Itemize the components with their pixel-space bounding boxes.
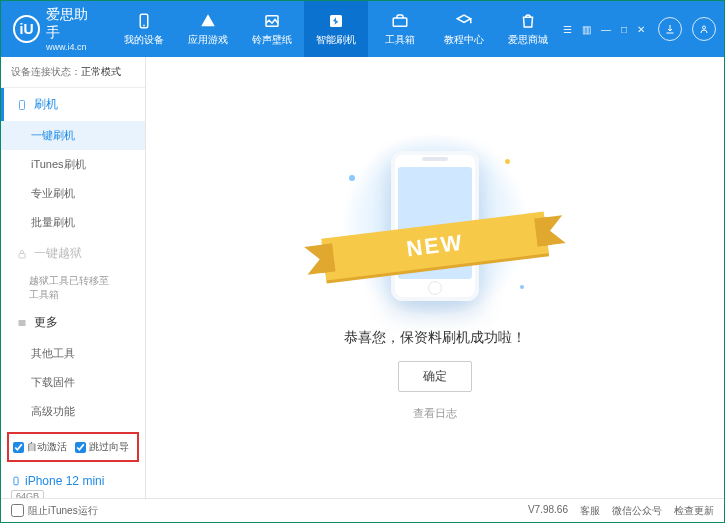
flash-icon <box>327 12 345 30</box>
sidebar-cat-more[interactable]: 更多 <box>1 306 145 339</box>
app-url: www.i4.cn <box>46 42 100 52</box>
nav-label: 爱思商城 <box>508 33 548 47</box>
support-link[interactable]: 客服 <box>580 504 600 518</box>
more-icon <box>16 317 28 329</box>
sidebar-item-download-firmware[interactable]: 下载固件 <box>1 368 145 397</box>
sidebar-item-other-tools[interactable]: 其他工具 <box>1 339 145 368</box>
options-box: 自动激活 跳过向导 <box>7 432 139 462</box>
minimize-button[interactable]: — <box>598 24 614 35</box>
ok-button[interactable]: 确定 <box>398 361 472 392</box>
nav-label: 铃声壁纸 <box>252 33 292 47</box>
device-storage: 64GB <box>11 490 44 498</box>
version-label: V7.98.66 <box>528 504 568 518</box>
skip-guide-input[interactable] <box>75 442 86 453</box>
connection-value: 正常模式 <box>81 66 121 77</box>
skip-guide-checkbox[interactable]: 跳过向导 <box>75 440 129 454</box>
skin-button[interactable]: ▥ <box>579 24 594 35</box>
checkbox-label: 跳过向导 <box>89 440 129 454</box>
logo-block: iU 爱思助手 www.i4.cn <box>1 6 112 52</box>
download-button[interactable] <box>658 17 682 41</box>
nav-label: 应用游戏 <box>188 33 228 47</box>
connection-prefix: 设备连接状态： <box>11 66 81 77</box>
nav-label: 智能刷机 <box>316 33 356 47</box>
check-update-link[interactable]: 检查更新 <box>674 504 714 518</box>
checkbox-label: 阻止iTunes运行 <box>28 504 98 518</box>
nav-apps-games[interactable]: 应用游戏 <box>176 1 240 57</box>
menu-button[interactable]: ☰ <box>560 24 575 35</box>
user-icon <box>698 23 710 35</box>
block-itunes-input[interactable] <box>11 504 24 517</box>
nav-label: 教程中心 <box>444 33 484 47</box>
main-panel: NEW 恭喜您，保资料刷机成功啦！ 确定 查看日志 <box>146 57 724 498</box>
sidebar-item-batch-flash[interactable]: 批量刷机 <box>1 208 145 237</box>
sidebar: 设备连接状态：正常模式 刷机 一键刷机 iTunes刷机 专业刷机 批量刷机 一… <box>1 57 146 498</box>
nav-toolbox[interactable]: 工具箱 <box>368 1 432 57</box>
cat-label: 一键越狱 <box>34 245 82 262</box>
tutorial-icon <box>455 12 473 30</box>
shop-icon <box>519 12 537 30</box>
nav-shop[interactable]: 爱思商城 <box>496 1 560 57</box>
device-card[interactable]: iPhone 12 mini 64GB Down-12mini-13,1 <box>1 468 145 498</box>
svg-point-5 <box>703 26 706 29</box>
jailbreak-note: 越狱工具已转移至工具箱 <box>1 270 145 306</box>
app-name: 爱思助手 <box>46 6 100 42</box>
cat-label: 刷机 <box>34 96 58 113</box>
view-log-link[interactable]: 查看日志 <box>413 406 457 421</box>
success-illustration: NEW <box>335 135 535 315</box>
svg-rect-11 <box>14 477 18 485</box>
sidebar-item-itunes-flash[interactable]: iTunes刷机 <box>1 150 145 179</box>
logo-icon: iU <box>13 15 40 43</box>
block-itunes-checkbox[interactable]: 阻止iTunes运行 <box>11 504 98 518</box>
nav-label: 我的设备 <box>124 33 164 47</box>
cat-label: 更多 <box>34 314 58 331</box>
device-name-label: iPhone 12 mini <box>25 474 104 488</box>
statusbar: 阻止iTunes运行 V7.98.66 客服 微信公众号 检查更新 <box>1 498 724 522</box>
nav-ringtones[interactable]: 铃声壁纸 <box>240 1 304 57</box>
sidebar-item-pro-flash[interactable]: 专业刷机 <box>1 179 145 208</box>
nav-my-devices[interactable]: 我的设备 <box>112 1 176 57</box>
auto-activate-checkbox[interactable]: 自动激活 <box>13 440 67 454</box>
checkbox-label: 自动激活 <box>27 440 67 454</box>
account-button[interactable] <box>692 17 716 41</box>
toolbox-icon <box>391 12 409 30</box>
svg-rect-7 <box>19 253 25 258</box>
svg-rect-4 <box>393 18 407 26</box>
success-message: 恭喜您，保资料刷机成功啦！ <box>344 329 526 347</box>
maximize-button[interactable]: □ <box>618 24 630 35</box>
svg-rect-6 <box>20 100 25 109</box>
phone-icon <box>11 474 21 488</box>
nav-flash[interactable]: 智能刷机 <box>304 1 368 57</box>
sidebar-cat-jailbreak[interactable]: 一键越狱 <box>1 237 145 270</box>
nav-tutorials[interactable]: 教程中心 <box>432 1 496 57</box>
auto-activate-input[interactable] <box>13 442 24 453</box>
sidebar-cat-flash[interactable]: 刷机 <box>1 88 145 121</box>
sidebar-item-oneclick-flash[interactable]: 一键刷机 <box>1 121 145 150</box>
wechat-link[interactable]: 微信公众号 <box>612 504 662 518</box>
lock-icon <box>16 248 28 260</box>
sidebar-item-advanced[interactable]: 高级功能 <box>1 397 145 426</box>
titlebar: iU 爱思助手 www.i4.cn 我的设备 应用游戏 铃声壁纸 智能刷机 工具… <box>1 1 724 57</box>
download-icon <box>664 23 676 35</box>
apps-icon <box>199 12 217 30</box>
nav: 我的设备 应用游戏 铃声壁纸 智能刷机 工具箱 教程中心 爱思商城 <box>112 1 560 57</box>
phone-icon <box>16 99 28 111</box>
window-controls: ☰ ▥ — □ ✕ <box>560 24 648 35</box>
connection-status: 设备连接状态：正常模式 <box>1 57 145 88</box>
wallpaper-icon <box>263 12 281 30</box>
close-button[interactable]: ✕ <box>634 24 648 35</box>
nav-label: 工具箱 <box>385 33 415 47</box>
device-icon <box>135 12 153 30</box>
